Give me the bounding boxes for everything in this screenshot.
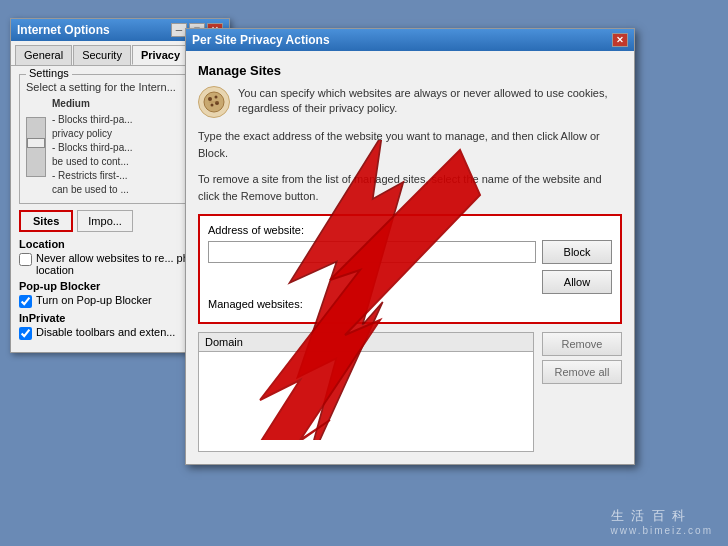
watermark: 生 活 百 科 www.bimeiz.com	[611, 507, 713, 536]
popup-label: Turn on Pop-up Blocker	[36, 294, 152, 306]
instruction-text-2: To remove a site from the list of manage…	[198, 171, 622, 204]
svg-point-4	[215, 101, 219, 105]
tab-privacy[interactable]: Privacy	[132, 45, 189, 65]
manage-sites-title: Manage Sites	[198, 63, 622, 78]
remove-button[interactable]: Remove	[542, 332, 622, 356]
tab-security[interactable]: Security	[73, 45, 131, 65]
managed-label: Managed websites:	[208, 298, 612, 310]
per-site-close-btn[interactable]: ✕	[612, 33, 628, 47]
domain-table: Domain	[198, 332, 534, 452]
per-site-titlebar: Per Site Privacy Actions ✕	[186, 29, 634, 51]
bullet-2: - Blocks third-pa...	[52, 141, 133, 155]
bullet-2b: be used to cont...	[52, 155, 133, 169]
sites-button[interactable]: Sites	[19, 210, 73, 232]
per-site-title: Per Site Privacy Actions	[192, 33, 330, 47]
block-button[interactable]: Block	[542, 240, 612, 264]
inprivate-checkbox[interactable]	[19, 327, 32, 340]
popup-checkbox[interactable]	[19, 295, 32, 308]
location-checkbox[interactable]	[19, 253, 32, 266]
settings-legend: Settings	[26, 67, 72, 79]
remove-all-button[interactable]: Remove all	[542, 360, 622, 384]
per-site-privacy-window: Per Site Privacy Actions ✕ Manage Sites …	[185, 28, 635, 465]
slider-labels: Medium - Blocks third-pa... privacy poli…	[52, 97, 133, 197]
internet-options-title: Internet Options	[17, 23, 110, 37]
import-button[interactable]: Impo...	[77, 210, 133, 232]
slider-thumb	[27, 138, 45, 148]
per-site-body: Manage Sites You can specify which websi…	[186, 51, 634, 464]
cookie-icon	[198, 86, 230, 118]
info-text: You can specify which websites are alway…	[238, 86, 622, 117]
cookie-svg	[202, 90, 226, 114]
inprivate-label: Disable toolbars and exten...	[36, 326, 175, 338]
svg-point-1	[208, 97, 212, 101]
managed-section: Domain Remove Remove all	[198, 332, 622, 452]
bullet-1: - Blocks third-pa...	[52, 113, 133, 127]
tab-general[interactable]: General	[15, 45, 72, 65]
address-input[interactable]	[208, 241, 536, 263]
highlighted-section: Address of website: Block Allow Managed …	[198, 214, 622, 324]
bullet-3: - Restricts first-...	[52, 169, 133, 183]
watermark-chinese: 生 活 百 科	[611, 507, 713, 525]
domain-header: Domain	[199, 333, 533, 352]
address-row: Block	[208, 240, 612, 264]
address-label: Address of website:	[208, 224, 612, 236]
svg-point-3	[211, 104, 214, 107]
privacy-slider[interactable]	[26, 117, 46, 177]
watermark-url: www.bimeiz.com	[611, 525, 713, 536]
privacy-level: Medium	[52, 97, 133, 111]
bullet-3b: can be used to ...	[52, 183, 133, 197]
manage-sites-info: You can specify which websites are alway…	[198, 86, 622, 118]
remove-col: Remove Remove all	[542, 332, 622, 452]
bullet-1b: privacy policy	[52, 127, 133, 141]
allow-button[interactable]: Allow	[542, 270, 612, 294]
svg-point-2	[215, 96, 218, 99]
instruction-text-1: Type the exact address of the website yo…	[198, 128, 622, 161]
